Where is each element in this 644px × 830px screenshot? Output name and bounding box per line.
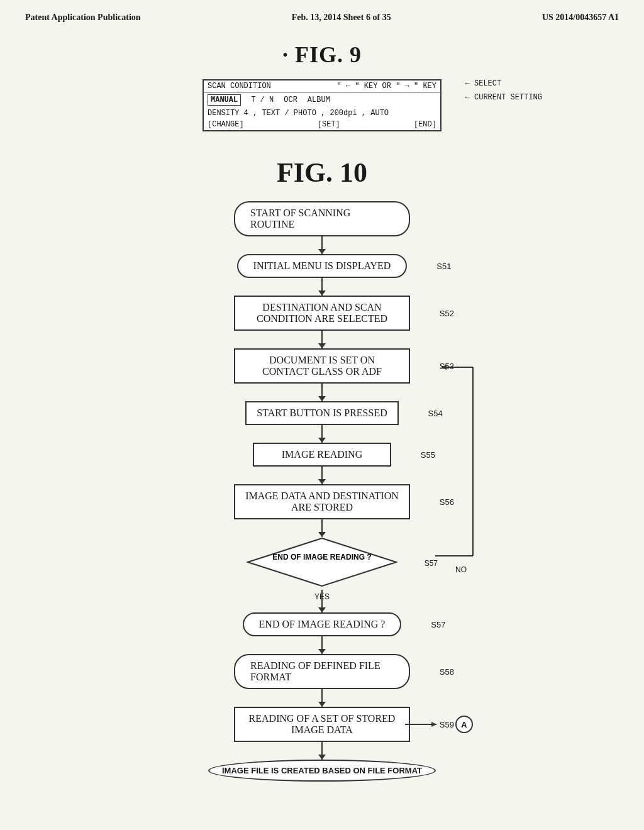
s59-node: READING OF DEFINED FILE FORMAT (234, 654, 410, 689)
flow-row-start: START OF SCANNING ROUTINE (133, 201, 511, 236)
end-node: IMAGE FILE IS CREATED BASED ON FILE FORM… (208, 760, 436, 782)
diamond-wrapper-s57: END OF IMAGE READING ? S57 YES NO (247, 537, 397, 590)
node-s60: READING OF A SET OF STORED IMAGE DATA S5… (234, 707, 410, 742)
arrow-2-3 (321, 331, 323, 348)
circle-a-connector: A (405, 715, 473, 734)
scan-condition-row1: MANUAL T / N OCR ALBUM (204, 92, 440, 108)
s55-node: IMAGE READING (253, 443, 391, 467)
scan-annotations: ← SELECT ← CURRENT SETTING (465, 79, 542, 107)
arrow-0-1 (321, 236, 323, 254)
set-label: [SET] (318, 120, 340, 129)
svg-marker-5 (441, 365, 447, 370)
flow-row-s58: END OF IMAGE READING ? S57 (133, 612, 511, 636)
flow-row-s51: INITIAL MENU IS DISPLAYED S51 (133, 254, 511, 278)
scan-condition-header: SCAN CONDITION " ← " KEY OR " → " KEY (204, 80, 440, 92)
s51-label: S51 (436, 262, 451, 271)
s59-label: S58 (440, 667, 454, 677)
arrow-8-9 (321, 636, 323, 654)
node-s56: IMAGE DATA AND DESTINATION ARE STORED S5… (234, 484, 410, 519)
scan-condition-row3: [CHANGE] [SET] [END] (204, 119, 440, 130)
annotation-current: ← CURRENT SETTING (465, 93, 542, 102)
diamond-row-s57: END OF IMAGE READING ? S57 YES NO (133, 537, 511, 590)
scan-condition-box: SCAN CONDITION " ← " KEY OR " → " KEY MA… (203, 79, 441, 131)
s54-node: START BUTTON IS PRESSED (245, 401, 398, 425)
flow-row-end: IMAGE FILE IS CREATED BASED ON FILE FORM… (133, 760, 511, 782)
node-start: START OF SCANNING ROUTINE (234, 201, 410, 236)
svg-text:END OF IMAGE READING ?: END OF IMAGE READING ? (272, 553, 371, 562)
circle-a: A (455, 716, 473, 733)
s51-node: INITIAL MENU IS DISPLAYED (237, 254, 408, 278)
tn-label: T / N (251, 96, 274, 104)
s52-label: S52 (440, 309, 454, 318)
node-end: IMAGE FILE IS CREATED BASED ON FILE FORM… (208, 760, 436, 782)
header-left: Patent Application Publication (25, 13, 141, 23)
scan-condition-row2: DENSITY 4 , TEXT / PHOTO , 200dpi , AUTO (204, 108, 440, 119)
node-s55: IMAGE READING S55 (253, 443, 391, 467)
key-label: " ← " KEY OR " → " KEY (337, 82, 436, 91)
node-s58: END OF IMAGE READING ? S57 (243, 612, 402, 636)
s60-node: READING OF A SET OF STORED IMAGE DATA (234, 707, 410, 742)
album-label: ALBUM (308, 96, 330, 104)
node-s51: INITIAL MENU IS DISPLAYED S51 (237, 254, 408, 278)
arrow-7-8 (321, 590, 323, 612)
annotation-select: ← SELECT (465, 79, 542, 88)
arrow-10-end (321, 742, 323, 760)
s55-label: S55 (421, 450, 435, 460)
fig9-title: · FIG. 9 (25, 42, 619, 68)
manual-box: MANUAL (208, 94, 241, 106)
header-right: US 2014/0043657 A1 (542, 13, 619, 23)
fig9-area: SCAN CONDITION " ← " KEY OR " → " KEY MA… (25, 79, 619, 138)
flow-row-s52: DESTINATION AND SCAN CONDITION ARE SELEC… (133, 296, 511, 331)
start-node: START OF SCANNING ROUTINE (234, 201, 410, 236)
arrow-4-5 (321, 425, 323, 443)
change-label: [CHANGE] (208, 120, 244, 129)
arrow-5-6 (321, 467, 323, 484)
scan-condition-outer: SCAN CONDITION " ← " KEY OR " → " KEY MA… (203, 79, 441, 138)
flowchart: START OF SCANNING ROUTINE INITIAL MENU I… (25, 201, 619, 782)
flow-row-s60: READING OF A SET OF STORED IMAGE DATA S5… (133, 707, 511, 742)
arrow-9-10 (321, 689, 323, 707)
end-label: [END] (414, 120, 436, 129)
arrow-6-7 (321, 519, 323, 537)
s58-node: END OF IMAGE READING ? (243, 612, 402, 636)
s52-node: DESTINATION AND SCAN CONDITION ARE SELEC… (234, 296, 410, 331)
arrow-1-2 (321, 278, 323, 296)
flow-row-s59: READING OF DEFINED FILE FORMAT S58 (133, 654, 511, 689)
svg-marker-0 (248, 538, 396, 586)
s53-node: DOCUMENT IS SET ON CONTACT GLASS OR ADF (234, 348, 410, 384)
page-header: Patent Application Publication Feb. 13, … (25, 13, 619, 23)
loop-back-svg (435, 361, 498, 575)
arrow-3-4 (321, 384, 323, 401)
diamond-svg-s57: END OF IMAGE READING ? (247, 537, 397, 587)
header-center: Feb. 13, 2014 Sheet 6 of 35 (292, 13, 391, 23)
svg-marker-7 (431, 722, 436, 727)
node-s54: START BUTTON IS PRESSED S54 (245, 401, 398, 425)
node-s59: READING OF DEFINED FILE FORMAT S58 (234, 654, 410, 689)
scan-condition-label: SCAN CONDITION (208, 82, 271, 91)
node-s53: DOCUMENT IS SET ON CONTACT GLASS OR ADF … (234, 348, 410, 384)
arrow-to-a (405, 715, 455, 734)
node-s52: DESTINATION AND SCAN CONDITION ARE SELEC… (234, 296, 410, 331)
s58-label: S57 (431, 620, 445, 629)
s56-node: IMAGE DATA AND DESTINATION ARE STORED (234, 484, 410, 519)
fig10-title: FIG. 10 (25, 157, 619, 189)
ocr-label: OCR (284, 96, 297, 104)
